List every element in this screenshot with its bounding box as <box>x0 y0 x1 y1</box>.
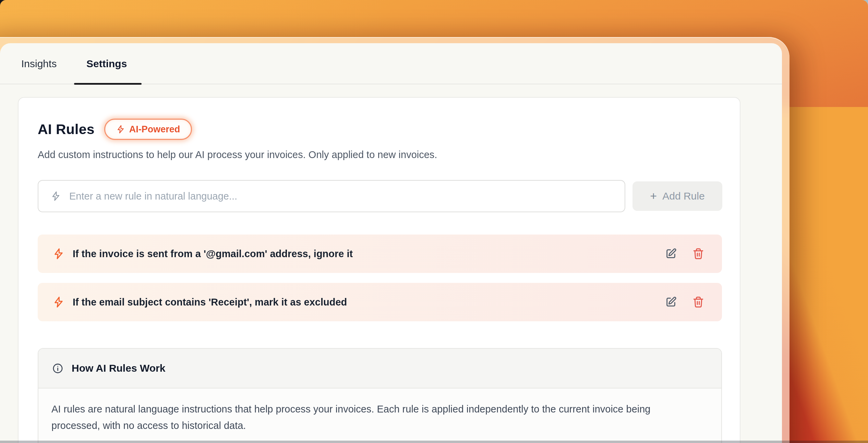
ai-powered-badge: AI-Powered <box>104 119 192 140</box>
tab-bar: Insights Settings <box>0 43 782 84</box>
trash-icon <box>692 248 704 260</box>
edit-rule-button[interactable] <box>665 248 677 260</box>
desktop-wallpaper: Insights Settings AI Rules AI-Powered Ad… <box>0 0 868 443</box>
tab-settings[interactable]: Settings <box>86 43 127 84</box>
edit-icon <box>665 248 677 260</box>
plus-icon: + <box>650 190 657 202</box>
section-description: Add custom instructions to help our AI p… <box>38 149 437 160</box>
delete-rule-button[interactable] <box>692 296 704 308</box>
rule-input-field <box>38 180 625 212</box>
new-rule-input[interactable] <box>69 190 615 202</box>
trash-icon <box>692 296 704 308</box>
rule-actions <box>665 296 704 308</box>
active-tab-indicator <box>74 83 142 85</box>
add-rule-button[interactable]: + Add Rule <box>632 181 722 211</box>
badge-label: AI-Powered <box>129 124 180 135</box>
screen-bottom-edge <box>0 441 868 443</box>
app-window-content: Insights Settings AI Rules AI-Powered Ad… <box>0 43 782 443</box>
title-row: AI Rules AI-Powered <box>38 118 192 140</box>
lightning-icon <box>53 248 64 260</box>
info-body-text: AI rules are natural language instructio… <box>38 388 676 443</box>
lightning-icon <box>116 125 125 134</box>
info-title: How AI Rules Work <box>72 362 165 374</box>
edit-icon <box>665 296 677 308</box>
tab-insights[interactable]: Insights <box>21 43 57 84</box>
ai-rules-card: AI Rules AI-Powered Add custom instructi… <box>18 97 740 443</box>
rule-text: If the invoice is sent from a '@gmail.co… <box>73 248 353 260</box>
rule-row: If the email subject contains 'Receipt',… <box>38 283 722 321</box>
lightning-icon <box>53 296 64 308</box>
info-icon <box>52 363 63 374</box>
rule-row: If the invoice is sent from a '@gmail.co… <box>38 235 722 273</box>
app-window: Insights Settings AI Rules AI-Powered Ad… <box>0 37 789 443</box>
add-rule-label: Add Rule <box>662 190 704 202</box>
delete-rule-button[interactable] <box>692 248 704 260</box>
how-rules-work-header: How AI Rules Work <box>38 349 721 388</box>
rule-text: If the email subject contains 'Receipt',… <box>73 297 347 308</box>
lightning-icon <box>51 191 61 201</box>
rule-actions <box>665 248 704 260</box>
how-rules-work-box: How AI Rules Work AI rules are natural l… <box>38 348 722 443</box>
edit-rule-button[interactable] <box>665 296 677 308</box>
page-title: AI Rules <box>38 121 95 137</box>
